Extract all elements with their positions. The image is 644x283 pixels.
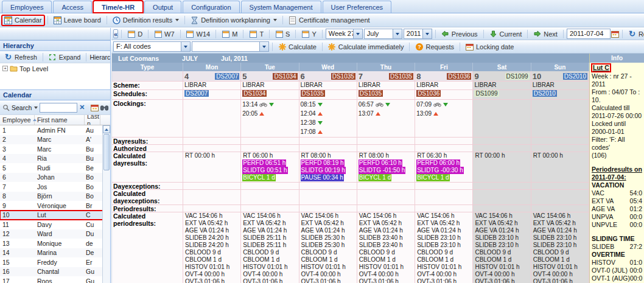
binoculars-icon[interactable] — [100, 103, 108, 111]
employee-row[interactable]: 17RoosGu — [0, 276, 110, 283]
grid-cell[interactable] — [473, 100, 531, 138]
grid-cell[interactable] — [357, 183, 415, 190]
grid-cell[interactable]: VAC 154:06 hEXT VA 05:42 hAGE VA 01:24 h… — [415, 212, 473, 283]
grid-cell[interactable]: LIBRAR — [415, 82, 473, 90]
employee-row[interactable]: 13Moniquede — [0, 239, 110, 248]
grid-cell[interactable]: RT 00:00 h — [531, 152, 589, 183]
grid-cell[interactable]: LIBRAR — [183, 82, 241, 90]
grid-cell[interactable] — [415, 190, 473, 205]
date-cell[interactable]: 10DS2010 — [531, 71, 589, 82]
employee-row[interactable]: 16ChantalGu — [0, 267, 110, 277]
toolbar-button-certificate-management[interactable]: Certificate management — [286, 15, 373, 26]
month-select[interactable]: July — [364, 29, 402, 39]
grid-cell[interactable]: RT 06:30 hPERFD 06:00 hSLIDTG -00:30 hBI… — [415, 152, 473, 183]
grid-cell[interactable]: VAC 154:06 hEXT VA 05:42 hAGE VA 01:24 h… — [357, 212, 415, 283]
grid-cell[interactable]: VAC 154:06 hEXT VA 05:42 hAGE VA 01:24 h… — [531, 212, 589, 283]
clear-search-icon[interactable]: ✕ — [79, 103, 85, 111]
search-input[interactable] — [40, 103, 77, 113]
grid-cell[interactable]: VAC 154:06 hEXT VA 05:42 hAGE VA 01:24 h… — [299, 212, 357, 283]
scroll-up-icon[interactable] — [103, 125, 110, 133]
tab-employees[interactable]: Employees — [2, 1, 52, 13]
column-header-first-name[interactable]: First name — [35, 115, 85, 125]
next-button[interactable]: Next — [531, 29, 560, 39]
grid-cell[interactable]: LIBRAR — [299, 82, 357, 90]
toolbar-button-definition-results[interactable]: Definition results — [110, 15, 181, 26]
calculate-button[interactable]: Calculate — [276, 41, 319, 52]
view-button-d[interactable]: D — [125, 29, 145, 39]
grid-cell[interactable] — [531, 205, 589, 212]
tree-expand-icon[interactable]: + — [2, 66, 8, 71]
grid-cell[interactable]: DS1099 — [473, 90, 531, 100]
view-button-m[interactable]: M — [219, 29, 240, 39]
employee-row[interactable]: 11DavyCu — [0, 220, 110, 229]
view-button-w14[interactable]: W14 — [184, 29, 213, 39]
week-select-dropdown-icon[interactable] — [353, 29, 362, 38]
sidebar-collapse-button[interactable]: « — [113, 29, 118, 38]
grid-cell[interactable] — [241, 183, 299, 190]
grid-cell[interactable]: VAC 154:06 hEXT VA 05:42 hAGE VA 01:24 h… — [241, 212, 299, 283]
employee-row[interactable]: 4RiaBu — [0, 154, 110, 164]
grid-cell[interactable] — [473, 183, 531, 190]
grid-cell[interactable]: VAC 154:06 hEXT VA 05:42 hAGE VA 01:24 h… — [473, 212, 531, 283]
grid-cell[interactable]: DS2007 — [183, 90, 241, 100]
view-button-t[interactable]: T — [247, 29, 266, 39]
grid-cell[interactable] — [357, 145, 415, 152]
tab-access[interactable]: Access — [53, 1, 91, 13]
grid-cell[interactable]: 13:1420:05 — [241, 100, 299, 138]
grid-cell[interactable]: RT 06:00 hPERFD 06:51 hSLIDTG 00:51 hBIC… — [241, 152, 299, 183]
grid-cell[interactable] — [241, 205, 299, 212]
grid-cell[interactable]: RT 00:00 h — [183, 152, 241, 183]
grid-cell[interactable] — [415, 145, 473, 152]
grid-cell[interactable]: RT 08:00 hPERFD 08:19 hSLIDTG 00:19 hPAU… — [299, 152, 357, 183]
tree-item-label[interactable]: Top Level — [19, 65, 48, 72]
grid-cell[interactable]: 08:1512:0412:3817:08 — [299, 100, 357, 138]
search-menu-label[interactable]: Search — [12, 104, 32, 111]
grid-cell[interactable]: LIBRAR — [531, 82, 589, 90]
grid-cell[interactable]: RT 00:00 h — [473, 152, 531, 183]
grid-cell[interactable] — [241, 138, 299, 145]
grid-cell[interactable] — [299, 205, 357, 212]
scrollbar-thumb[interactable] — [103, 134, 110, 170]
tab-user-preferences[interactable]: User Preferences — [323, 1, 392, 13]
grid-cell[interactable] — [241, 145, 299, 152]
locking-date-button[interactable]: Locking date — [463, 41, 516, 52]
date-cell[interactable]: 6DS1035 — [299, 71, 357, 82]
grid-cell[interactable] — [183, 190, 241, 205]
grid-cell[interactable] — [183, 205, 241, 212]
grid-cell[interactable] — [357, 138, 415, 145]
requests-button[interactable]: ?Requests — [413, 41, 456, 52]
date-cell[interactable]: 5DS1034 — [241, 71, 299, 82]
grid-cell[interactable] — [531, 145, 589, 152]
grid-cell[interactable] — [183, 138, 241, 145]
grid-cell[interactable] — [473, 145, 531, 152]
year-select[interactable]: 2011 — [404, 29, 432, 39]
view-button-s[interactable]: S — [273, 29, 292, 39]
date-cell[interactable]: 8DS1036 — [415, 71, 473, 82]
employee-row[interactable]: 12WardDu — [0, 229, 110, 239]
secondary-select[interactable] — [192, 41, 269, 52]
view-button-y[interactable]: Y — [299, 29, 318, 39]
grid-cell[interactable] — [299, 183, 357, 190]
grid-cell[interactable] — [415, 205, 473, 212]
column-header-employee[interactable]: Employee — [0, 115, 35, 125]
grid-cell[interactable] — [241, 190, 299, 205]
employee-row[interactable]: 7JosBo — [0, 182, 110, 192]
employee-row[interactable]: 9VéroniqueBr — [0, 201, 110, 211]
employee-row[interactable]: 5RudiBe — [0, 163, 110, 173]
grid-cell[interactable]: DS2010 — [531, 90, 589, 100]
grid-cell[interactable] — [415, 183, 473, 190]
grid-cell[interactable]: DS1035 — [357, 90, 415, 100]
grid-cell[interactable] — [473, 138, 531, 145]
toolbar-button-calendar[interactable]: Calendar — [2, 15, 44, 26]
employee-row[interactable]: 2MarcA' — [0, 135, 110, 145]
employee-scrollbar[interactable] — [102, 125, 110, 283]
grid-cell[interactable] — [473, 190, 531, 205]
employee-row[interactable]: 14MarinaDe — [0, 248, 110, 258]
date-cell[interactable]: 4DS2007 — [183, 71, 241, 82]
grid-cell[interactable]: LIBRAR — [473, 82, 531, 90]
grid-cell[interactable]: VAC 154:06 hEXT VA 05:42 hAGE VA 01:24 h… — [183, 212, 241, 283]
grid-cell[interactable] — [183, 145, 241, 152]
grid-cell[interactable]: 07:0913:09 — [415, 100, 473, 138]
current-button[interactable]: Current — [487, 29, 525, 39]
employee-row[interactable]: 10LutC — [0, 211, 110, 220]
